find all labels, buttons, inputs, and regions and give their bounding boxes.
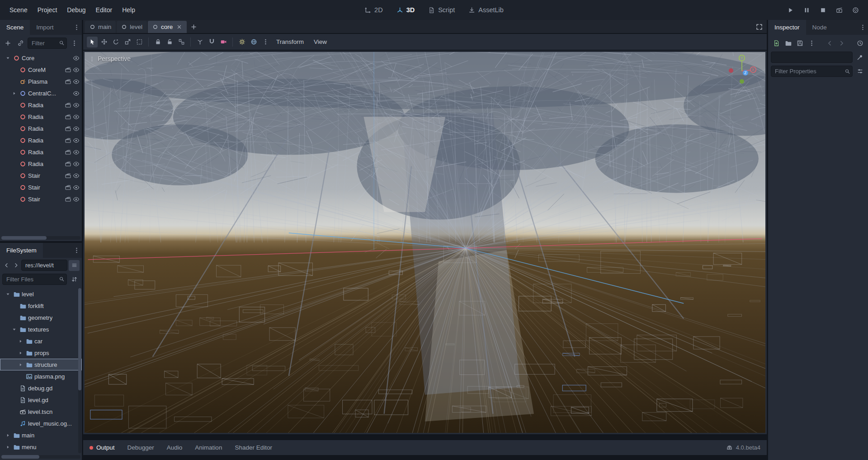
- menu-project[interactable]: Project: [33, 6, 62, 14]
- fs-forward-button[interactable]: [12, 260, 20, 271]
- clapper-badge[interactable]: [65, 172, 71, 179]
- clapper-badge[interactable]: [65, 114, 71, 120]
- group-button[interactable]: [176, 37, 187, 47]
- scene-node-centralc[interactable]: CentralC...: [0, 87, 82, 99]
- move-tool[interactable]: [99, 37, 109, 47]
- expand-arrow-icon[interactable]: [17, 351, 24, 356]
- scale-tool[interactable]: [122, 37, 133, 47]
- resource-options-menu[interactable]: [806, 38, 817, 48]
- bottom-tab-animation[interactable]: Animation: [195, 444, 222, 451]
- scene-tab-main[interactable]: main: [85, 21, 116, 33]
- editor-switch-assetlib[interactable]: AssetLib: [468, 6, 504, 14]
- scene-node-radia[interactable]: Radia: [0, 123, 82, 134]
- tab-scene[interactable]: Scene: [0, 20, 30, 35]
- local-space-toggle[interactable]: [194, 37, 205, 47]
- inspector-filter-input[interactable]: [771, 66, 853, 77]
- scene-tab-level[interactable]: level: [117, 21, 147, 33]
- expand-arrow-icon[interactable]: [5, 445, 11, 450]
- editor-switch-script[interactable]: Script: [428, 6, 455, 14]
- neg-y-axis-handle[interactable]: [740, 79, 744, 84]
- scene-node-radia[interactable]: Radia: [0, 134, 82, 146]
- visibility-toggle[interactable]: [73, 125, 80, 132]
- visibility-toggle[interactable]: [73, 196, 80, 203]
- bottom-tab-shader-editor[interactable]: Shader Editor: [235, 444, 272, 451]
- bottom-tab-output[interactable]: Output: [90, 444, 115, 451]
- fs-item-forklift[interactable]: forklift: [0, 300, 82, 312]
- scrollbar-thumb[interactable]: [1, 455, 39, 459]
- visibility-toggle[interactable]: [73, 172, 80, 179]
- expand-arrow-icon[interactable]: [5, 433, 11, 438]
- scene-node-stair[interactable]: Stair: [0, 170, 82, 181]
- scene-node-plasma[interactable]: Plasma: [0, 76, 82, 87]
- rotate-tool[interactable]: [110, 37, 121, 47]
- fs-horizontal-scrollbar[interactable]: [1, 455, 80, 459]
- expand-arrow-icon[interactable]: [11, 91, 17, 96]
- menu-scene[interactable]: Scene: [5, 6, 33, 14]
- axis-gizmo[interactable]: Y X Z: [721, 54, 763, 86]
- clapper-badge[interactable]: [65, 66, 71, 73]
- scene-node-radia[interactable]: Radia: [0, 99, 82, 111]
- scrollbar-thumb[interactable]: [78, 288, 81, 390]
- clapper-badge[interactable]: [65, 78, 71, 85]
- movie-maker-button[interactable]: [850, 5, 861, 15]
- fs-item-geometry[interactable]: geometry: [0, 312, 82, 323]
- collapse-arrow-icon[interactable]: [11, 327, 17, 332]
- unlock-button[interactable]: [164, 37, 175, 47]
- dots-vertical-icon[interactable]: [71, 243, 82, 258]
- close-icon[interactable]: [176, 24, 182, 30]
- scene-node-corem[interactable]: CoreM: [0, 64, 82, 76]
- expand-arrow-icon[interactable]: [17, 362, 24, 367]
- fs-item-level-music-og[interactable]: level_music.og...: [0, 417, 82, 429]
- lock-button[interactable]: [152, 37, 163, 47]
- scene-node-radia[interactable]: Radia: [0, 158, 82, 170]
- add-node-button[interactable]: [2, 38, 13, 48]
- pin-button[interactable]: [854, 52, 865, 63]
- extra-options-menu[interactable]: [260, 37, 271, 47]
- bottom-tab-audio[interactable]: Audio: [167, 444, 183, 451]
- tab-inspector[interactable]: Inspector: [768, 20, 806, 35]
- fs-split-mode-button[interactable]: [69, 260, 80, 271]
- distraction-free-button[interactable]: [753, 21, 765, 33]
- history-button[interactable]: [854, 38, 865, 48]
- dots-vertical-icon[interactable]: [71, 20, 82, 35]
- scrollbar-thumb[interactable]: [1, 236, 47, 240]
- scene-tree-options-menu[interactable]: [69, 38, 80, 48]
- viewport-menu-view[interactable]: View: [309, 38, 331, 45]
- visibility-toggle[interactable]: [73, 114, 80, 120]
- fs-item-debug-gd[interactable]: debug.gd: [0, 382, 82, 394]
- visibility-toggle[interactable]: [73, 161, 80, 167]
- bottom-tab-debugger[interactable]: Debugger: [127, 444, 154, 451]
- fs-sort-button[interactable]: [69, 274, 80, 285]
- fs-item-level-tscn[interactable]: level.tscn: [0, 406, 82, 417]
- clapper-badge[interactable]: [65, 184, 71, 191]
- fs-item-plasma-png[interactable]: plasma.png: [0, 370, 82, 382]
- clapper-badge[interactable]: [65, 161, 71, 167]
- box-select-tool[interactable]: [134, 37, 145, 47]
- resource-name-field[interactable]: [771, 52, 853, 63]
- dots-vertical-icon[interactable]: [858, 20, 868, 35]
- collapse-arrow-icon[interactable]: [5, 56, 11, 61]
- select-tool[interactable]: [87, 37, 98, 47]
- neg-x-axis-handle[interactable]: [729, 68, 733, 73]
- play-scene-button[interactable]: [834, 5, 844, 15]
- fs-filter-input[interactable]: [2, 274, 67, 285]
- history-forward-button[interactable]: [836, 38, 847, 48]
- clapper-badge[interactable]: [65, 102, 71, 109]
- scene-tab-core[interactable]: core: [148, 21, 187, 33]
- scene-node-radia[interactable]: Radia: [0, 146, 82, 158]
- clapper-badge[interactable]: [65, 149, 71, 156]
- fs-current-path[interactable]: res://level/t: [21, 260, 67, 271]
- visibility-toggle[interactable]: [73, 102, 80, 109]
- editor-switch-3d[interactable]: 3D: [396, 6, 415, 14]
- load-resource-button[interactable]: [783, 38, 793, 48]
- visibility-toggle[interactable]: [73, 55, 80, 62]
- fs-item-textures[interactable]: textures: [0, 323, 82, 335]
- 3d-viewport[interactable]: [85, 52, 765, 433]
- perspective-menu[interactable]: Perspective: [89, 55, 131, 62]
- scene-node-radia[interactable]: Radia: [0, 111, 82, 123]
- play-button[interactable]: [785, 5, 796, 15]
- visibility-toggle[interactable]: [73, 90, 80, 97]
- new-scene-tab-button[interactable]: [188, 21, 199, 33]
- preview-camera-toggle[interactable]: [218, 37, 229, 47]
- snap-toggle[interactable]: [206, 37, 217, 47]
